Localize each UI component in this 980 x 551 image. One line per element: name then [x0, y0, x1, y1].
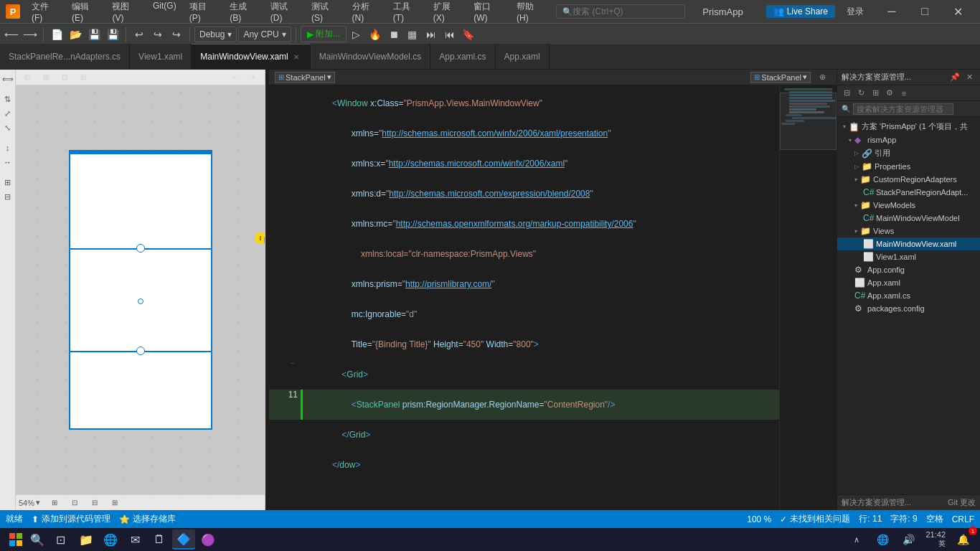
taskbar-search[interactable]: 🔍 — [26, 529, 49, 550]
splitter-handle-top[interactable] — [136, 244, 145, 253]
tab-0[interactable]: StackPanelRe...nAdapters.cs — [0, 44, 130, 69]
properties-btn[interactable]: ⚙ — [883, 87, 896, 100]
title-search-input[interactable] — [573, 6, 666, 17]
tab-4[interactable]: App.xaml.cs — [430, 44, 495, 69]
taskbar-clock[interactable]: 21:42 英 — [925, 530, 946, 549]
new-project-btn[interactable]: 📄 — [48, 26, 65, 43]
save-all-btn[interactable]: 💾 — [85, 26, 103, 43]
vt-btn-4[interactable]: ⤡ — [1, 121, 14, 134]
tree-item-views[interactable]: ▾ 📁 Views — [837, 225, 980, 237]
left-selector[interactable]: ⊞ StackPanel ▾ — [275, 72, 335, 83]
zoom-dropdown-icon[interactable]: ▾ — [36, 498, 40, 507]
maximize-button[interactable]: □ — [908, 0, 941, 23]
minimize-button[interactable]: ─ — [875, 0, 908, 23]
tree-item-appxaml[interactable]: ⬜ App.xaml — [837, 276, 980, 289]
redo2-btn[interactable]: ↪ — [168, 26, 185, 43]
menu-item-b[interactable]: 生成(B) — [224, 0, 263, 24]
toolbar-back-btn[interactable]: ⟵ — [3, 26, 20, 43]
menu-item-d[interactable]: 调试(D) — [265, 0, 304, 24]
menu-item-v[interactable]: 视图(V) — [106, 0, 146, 24]
tree-item-mainviewmodel[interactable]: C# MainWindowViewModel — [837, 212, 980, 225]
bookmark-btn[interactable]: 🔖 — [460, 26, 477, 43]
vt-btn-2[interactable]: ⇅ — [1, 93, 14, 105]
menu-item-h[interactable]: 帮助(H) — [511, 0, 550, 24]
toolbar-btn-extra3[interactable]: ⏭ — [423, 26, 440, 43]
title-search-box[interactable]: 🔍 — [556, 4, 685, 19]
taskbar-purple-app[interactable]: 🟣 — [197, 529, 220, 550]
vt-btn-3[interactable]: ⤢ — [1, 107, 14, 120]
toolbar-btn-extra4[interactable]: ⏮ — [441, 26, 458, 43]
close-tab-2[interactable]: ✕ — [291, 52, 301, 62]
expand-arrow[interactable]: ▶ — [264, 235, 265, 245]
menu-item-f[interactable]: 文件(F) — [26, 0, 65, 24]
ready-status[interactable]: 就绪 — [6, 513, 23, 525]
menu-item-n[interactable]: 分析(N) — [347, 0, 386, 24]
right-selector[interactable]: ⊞ StackPanel ▾ — [750, 72, 811, 83]
taskbar-edge[interactable]: 🌐 — [99, 529, 122, 550]
taskbar-explorer[interactable]: 📁 — [75, 529, 98, 550]
design-fit-btn[interactable]: ⊡ — [19, 69, 36, 86]
redo-btn[interactable]: ↪ — [149, 26, 166, 43]
tree-item-properties[interactable]: ▷ 📁 Properties — [837, 160, 980, 173]
tab-5[interactable]: App.xaml — [496, 44, 550, 69]
vt-btn-6[interactable]: ↔ — [1, 156, 14, 169]
hot-reload-btn[interactable]: 🔥 — [367, 26, 384, 43]
splitter-top[interactable] — [69, 248, 212, 250]
select-repo-btn[interactable]: ⭐ 选择存储库 — [119, 513, 176, 525]
menu-item-t[interactable]: 工具(T) — [387, 0, 426, 24]
error-status[interactable]: ✓ 未找到相关问题 — [780, 513, 850, 525]
filter-btn[interactable]: ≡ — [897, 87, 910, 100]
tray-network[interactable]: 🌐 — [871, 529, 894, 550]
tree-item-appconfig[interactable]: ⚙ App.config — [837, 263, 980, 276]
tree-item-appxamlcs[interactable]: C# App.xaml.cs — [837, 289, 980, 302]
splitter-bottom[interactable] — [69, 351, 212, 352]
design-zoom-out-btn[interactable]: − — [226, 69, 243, 86]
collapse-all-btn[interactable]: ⊟ — [840, 87, 853, 100]
tree-solution-root[interactable]: ▾ 📋 方案 'PrismApp' (1 个项目，共 — [837, 120, 980, 133]
grid-view-btn[interactable]: ⊞ — [46, 494, 63, 512]
add-region-btn[interactable]: ⊕ — [814, 69, 831, 86]
vt-btn-7[interactable]: ⊞ — [1, 176, 14, 189]
step-over-btn[interactable]: ▷ — [348, 26, 365, 43]
solution-search[interactable]: 🔍 — [837, 101, 980, 117]
debug-config-dropdown[interactable]: Debug ▾ — [194, 27, 237, 42]
taskbar-vs[interactable]: 🔷 — [172, 529, 195, 550]
tree-item-references[interactable]: ▷ 🔗 引用 — [837, 146, 980, 160]
liveshare-button[interactable]: 👥 Live Share — [766, 5, 835, 18]
pin-panel-btn[interactable]: 📌 — [948, 71, 961, 84]
zoom-status[interactable]: 100 % — [747, 514, 771, 524]
design-zoom-in-btn[interactable]: + — [245, 69, 262, 86]
col-status[interactable]: 字符: 9 — [890, 513, 917, 525]
taskbar-notepad[interactable]: 🗒 — [148, 529, 171, 550]
extra-btn1[interactable]: ⊟ — [86, 494, 103, 512]
line-status[interactable]: 行: 11 — [859, 513, 882, 525]
notification-center[interactable]: 🔔 1 — [951, 529, 974, 550]
user-button[interactable]: 登录 — [841, 6, 870, 18]
design-canvas[interactable] — [69, 150, 212, 430]
tray-chevron[interactable]: ∧ — [845, 529, 868, 550]
tree-item-stackpanel-adapter[interactable]: C# StackPanelRegionAdapt... — [837, 186, 980, 199]
code-editor[interactable]: <Window x:Class="PrismApp.Views.MainWind… — [269, 85, 779, 510]
tree-item-viewmodels[interactable]: ▾ 📁 ViewModels — [837, 199, 980, 212]
refresh-btn[interactable]: ↻ — [854, 87, 867, 100]
tree-item-customregion[interactable]: ▾ 📁 CustomRegionAdapters — [837, 173, 980, 186]
menu-item-gitg[interactable]: Git(G) — [147, 0, 182, 24]
vt-btn-8[interactable]: ⊟ — [1, 190, 14, 203]
encoding-status[interactable]: CRLF — [952, 514, 974, 524]
run-button[interactable]: ▶ 附加... — [301, 26, 347, 42]
menu-item-e[interactable]: 编辑(E) — [66, 0, 105, 24]
menu-item-p[interactable]: 项目(P) — [184, 0, 223, 24]
menu-item-s[interactable]: 测试(S) — [306, 0, 345, 24]
tray-volume[interactable]: 🔊 — [897, 529, 920, 550]
tab-3[interactable]: MainWindowViewModel.cs — [311, 44, 431, 69]
git-changes-label[interactable]: Git 更改 — [948, 497, 976, 508]
solution-search-input[interactable] — [853, 103, 953, 115]
show-all-files-btn[interactable]: ⊞ — [869, 87, 882, 100]
save-btn[interactable]: 💾 — [104, 26, 121, 43]
add-source-btn[interactable]: ⬆ 添加到源代码管理 — [32, 513, 110, 525]
toolbar-btn-extra2[interactable]: ▦ — [404, 26, 421, 43]
fold-indicator-10[interactable]: − — [291, 359, 295, 367]
vt-btn-5[interactable]: ↕ — [1, 141, 14, 154]
toolbar-btn-extra1[interactable]: ⏹ — [385, 26, 402, 43]
space-status[interactable]: 空格 — [926, 513, 943, 525]
